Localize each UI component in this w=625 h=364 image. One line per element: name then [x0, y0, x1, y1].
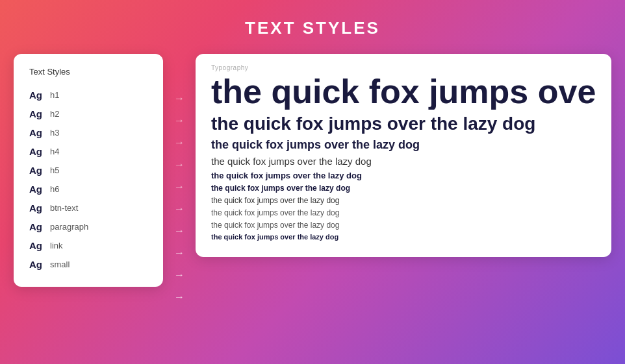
ag-icon: Ag	[29, 202, 44, 213]
list-item[interactable]: Ag h1	[29, 86, 147, 104]
ag-icon: Ag	[29, 221, 44, 232]
preview-small: the quick fox jumps over the lazy dog	[211, 233, 596, 241]
ag-icon: Ag	[29, 108, 44, 119]
preview-h2: the quick fox jumps over the lazy dog	[211, 114, 596, 134]
arrows-column: → → → → → → → → → →	[163, 54, 196, 308]
list-item[interactable]: Ag h4	[29, 142, 147, 161]
style-label: link	[50, 241, 63, 250]
style-label: h5	[50, 165, 59, 175]
arrow-btn: →	[174, 220, 185, 242]
list-item[interactable]: Ag h2	[29, 104, 147, 123]
ag-icon: Ag	[29, 90, 44, 101]
arrow-h1: →	[174, 88, 185, 110]
ag-icon: Ag	[29, 240, 44, 251]
arrow-link: →	[174, 264, 185, 286]
list-item[interactable]: Ag small	[29, 255, 147, 274]
style-label: btn-text	[50, 203, 78, 213]
list-item[interactable]: Ag btn-text	[29, 199, 147, 217]
preview-btn-text: the quick fox jumps over the lazy dog	[211, 196, 596, 205]
ag-icon: Ag	[29, 184, 44, 195]
style-label: h4	[50, 147, 59, 156]
ag-icon: Ag	[29, 127, 44, 138]
arrow-h3: →	[174, 132, 185, 154]
right-panel: Typography the quick fox jumps over the …	[196, 54, 611, 257]
arrow-h6: →	[174, 198, 185, 220]
preview-h6: the quick fox jumps over the lazy dog	[211, 184, 596, 193]
list-item[interactable]: Ag link	[29, 236, 147, 255]
list-item[interactable]: Ag h5	[29, 161, 147, 180]
page-title: TEXT STYLES	[245, 18, 380, 38]
style-label: h3	[50, 128, 59, 138]
preview-h1: the quick fox jumps over the laz	[211, 74, 596, 110]
arrow-h5: →	[174, 176, 185, 198]
style-label: paragraph	[50, 222, 88, 232]
style-label: small	[50, 260, 70, 269]
ag-icon: Ag	[29, 146, 44, 157]
list-item[interactable]: Ag h6	[29, 180, 147, 199]
ag-icon: Ag	[29, 165, 44, 176]
style-label: h1	[50, 90, 59, 100]
panel-title: Text Styles	[29, 67, 147, 77]
arrow-h4: →	[174, 154, 185, 176]
left-panel: Text Styles Ag h1 Ag h2 Ag h3 Ag h4 Ag h…	[14, 54, 163, 287]
preview-link: the quick fox jumps over the lazy dog	[211, 221, 596, 230]
preview-h4: the quick fox jumps over the lazy dog	[211, 156, 596, 167]
arrow-h2: →	[174, 110, 185, 132]
preview-paragraph: the quick fox jumps over the lazy dog	[211, 208, 596, 217]
arrow-small: →	[174, 286, 185, 308]
style-label: h2	[50, 109, 59, 119]
preview-h3: the quick fox jumps over the lazy dog	[211, 138, 596, 152]
list-item[interactable]: Ag paragraph	[29, 217, 147, 236]
section-label: Typography	[211, 64, 596, 71]
ag-icon: Ag	[29, 259, 44, 270]
list-item[interactable]: Ag h3	[29, 123, 147, 142]
style-label: h6	[50, 184, 59, 194]
preview-h5: the quick fox jumps over the lazy dog	[211, 171, 596, 180]
arrow-para: →	[174, 242, 185, 264]
main-content: Text Styles Ag h1 Ag h2 Ag h3 Ag h4 Ag h…	[14, 54, 611, 308]
